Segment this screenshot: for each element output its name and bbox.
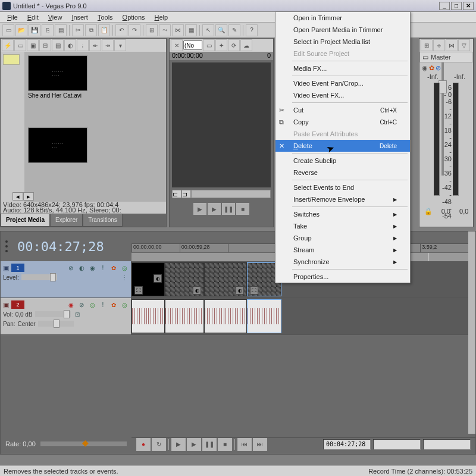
menu-item-group[interactable]: Group▶ [275, 232, 410, 244]
video-track-header[interactable]: ▣ 1 ⊘ ◐ ◉ ! ✿ ◎ Level: ⋮ [1, 261, 131, 298]
menu-item-select-events-to-end[interactable]: Select Events to End [275, 181, 410, 193]
menu-item-reverse[interactable]: Reverse [275, 167, 410, 178]
stop-button[interactable]: ■ [236, 203, 249, 215]
video-clip[interactable]: ◐ [204, 262, 247, 296]
fx-icon[interactable]: ◎ [120, 300, 129, 309]
minimize-button[interactable]: _ [439, 2, 450, 10]
menu-item-cut[interactable]: ✂CutCtrl+X [275, 104, 410, 116]
open-button[interactable]: 📂 [15, 24, 27, 36]
menu-item-delete[interactable]: ✕DeleteDelete [275, 140, 410, 152]
menu-item-stream[interactable]: Stream▶ [275, 244, 410, 256]
solo-icon[interactable]: ! [99, 264, 107, 272]
gear-icon[interactable]: ✿ [429, 64, 434, 72]
go-end-button[interactable]: ⏭ [253, 438, 267, 451]
snap-button[interactable]: ⊞ [146, 24, 158, 36]
paste-button[interactable]: 📋 [98, 24, 110, 36]
props-icon[interactable]: ▤ [52, 39, 64, 51]
save-button[interactable]: 💾 [29, 24, 40, 36]
camera-icon[interactable]: ▣ [27, 39, 39, 51]
fx-icon[interactable]: ◎ [120, 264, 129, 272]
audio-clip[interactable] [131, 299, 165, 333]
output-icon[interactable]: ◉ [422, 64, 428, 72]
loop-icon[interactable]: ⟳ [228, 39, 240, 51]
trimmer-canvas[interactable] [172, 62, 271, 187]
arm-icon[interactable]: ◉ [67, 300, 75, 309]
timeline-v-scrollbar[interactable] [468, 231, 475, 434]
copy-button[interactable]: ⧉ [85, 24, 97, 36]
collapse-icon[interactable]: ▣ [3, 264, 9, 272]
timeline-tc-len[interactable] [423, 439, 471, 450]
gear-icon[interactable]: ✿ [109, 264, 118, 272]
pan-crop-icon[interactable]: ⛶ [250, 286, 258, 295]
invert-icon[interactable]: ⊘ [77, 300, 86, 309]
trim-right-button[interactable]: ⊐ [181, 190, 191, 198]
maximize-button[interactable]: □ [451, 2, 462, 10]
pan-slider[interactable] [38, 321, 74, 327]
close-icon[interactable]: ✕ [171, 39, 183, 51]
media-thumbnail[interactable]: · · · · · ·· · · · [28, 55, 87, 91]
timeline-tc-end[interactable] [373, 439, 421, 450]
master-fader[interactable] [439, 62, 447, 176]
fx-icon[interactable]: ◐ [236, 286, 244, 295]
cursor-tool-button[interactable]: ↖ [202, 24, 214, 36]
vol-slider[interactable] [35, 311, 71, 317]
timeline-tc-input[interactable] [323, 439, 371, 450]
back-button[interactable]: ↞ [89, 39, 101, 51]
undo-button[interactable]: ↶ [115, 24, 127, 36]
remove-media-button[interactable]: ⊟ [39, 39, 51, 51]
loop-button[interactable]: ↻ [152, 438, 166, 451]
fx-icon[interactable]: ◐ [64, 39, 76, 51]
help-button[interactable]: ? [246, 24, 258, 36]
zoom-tool-button[interactable]: 🔍 [215, 24, 227, 36]
mixer-icon[interactable]: ⊞ [421, 39, 433, 51]
play-button[interactable]: ▶ [187, 438, 201, 451]
view-button[interactable]: ▾ [114, 39, 126, 51]
rate-slider[interactable]: ◆ [40, 441, 127, 446]
collapse-icon[interactable]: ▣ [3, 301, 9, 309]
tab-transitions[interactable]: Transitions [83, 214, 123, 227]
lock-icon[interactable]: 🔒 [424, 208, 433, 215]
trimmer-dropdown[interactable] [183, 40, 202, 50]
menu-file[interactable]: File [2, 12, 23, 22]
new-button[interactable]: ▭ [2, 24, 14, 36]
bypass-icon[interactable]: ⊘ [67, 264, 75, 272]
video-clip[interactable]: ◐ [165, 262, 204, 296]
menu-item-select-in-project-media-list[interactable]: Select in Project Media list [275, 36, 410, 48]
solo-icon[interactable]: ! [99, 300, 107, 309]
level-slider[interactable] [21, 274, 57, 280]
menu-item-properties[interactable]: Properties... [275, 271, 410, 283]
audio-track-header[interactable]: ▣ 2 ◉ ⊘ ◎ ! ✿ ◎ Vol: 0,0 dB ⊡ [1, 298, 131, 334]
audio-clip[interactable] [204, 299, 247, 333]
menu-item-synchronize[interactable]: Synchronize▶ [275, 256, 410, 268]
go-start-button[interactable]: ⏮ [237, 438, 252, 451]
insert-icon[interactable]: ⎆ [433, 39, 445, 51]
render-button[interactable]: ⎘ [42, 24, 54, 36]
audio-clip-selected[interactable] [247, 299, 281, 333]
menu-item-insert-remove-envelope[interactable]: Insert/Remove Envelope▶ [275, 193, 410, 205]
cut-button[interactable]: ✂ [72, 24, 84, 36]
audio-clip[interactable] [165, 299, 204, 333]
search-icon[interactable]: ᵢ [77, 39, 89, 51]
stop-button[interactable]: ■ [218, 438, 232, 451]
effects-icon[interactable]: ✦ [215, 39, 227, 51]
scroll-left-button[interactable]: ◂ [12, 192, 23, 201]
tab-project-media[interactable]: Project Media [1, 214, 50, 227]
timeline-timecode[interactable]: 00:04:27;28 [17, 239, 104, 254]
add-media-button[interactable]: ▭ [14, 39, 26, 51]
menu-item-open-in-trimmer[interactable]: Open in Trimmer [275, 12, 410, 24]
trim-left-button[interactable]: ⊏ [172, 190, 181, 198]
menu-item-create-subclip[interactable]: Create Subclip [275, 155, 410, 167]
pan-crop-icon[interactable]: ⛶ [134, 286, 143, 295]
close-button[interactable]: ✕ [463, 2, 474, 10]
mute-icon[interactable]: ◎ [88, 300, 96, 309]
folder-icon[interactable] [3, 54, 20, 65]
quantize-button[interactable]: ▦ [185, 24, 197, 36]
media-tree[interactable] [1, 52, 24, 202]
play-button[interactable]: ▶ [193, 203, 206, 215]
properties-button[interactable]: ▤ [55, 24, 67, 36]
more-icon[interactable]: ⋮ [120, 273, 129, 281]
fx-icon[interactable]: ◐ [193, 286, 201, 295]
menu-insert[interactable]: Insert [67, 12, 93, 22]
menu-tools[interactable]: Tools [93, 12, 118, 22]
record-button[interactable]: ● [136, 438, 151, 451]
